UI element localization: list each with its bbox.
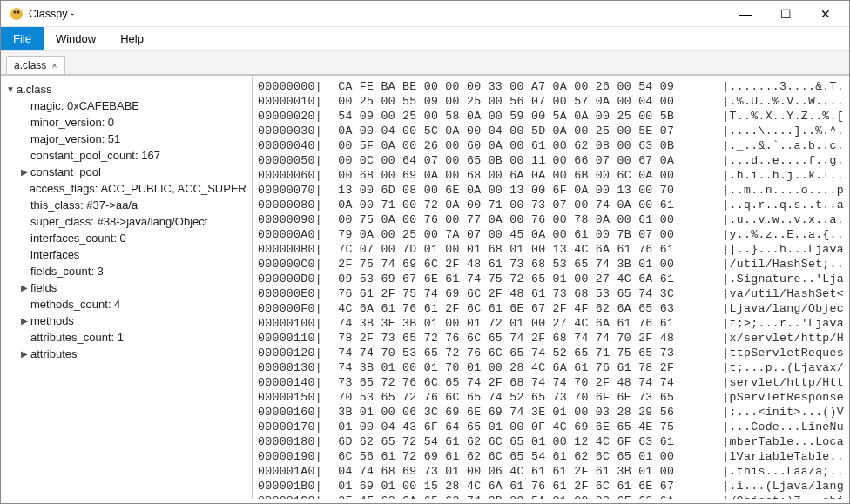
chevron-right-icon[interactable]: ▶ — [18, 316, 30, 326]
hex-ascii: |.i...(Ljava/lang — [722, 479, 844, 494]
titlebar: Classpy - — ☐ ✕ — [1, 1, 849, 27]
tabstrip: a.class × — [1, 51, 849, 75]
window-title: Classpy - — [29, 8, 725, 20]
hex-bytes: 73 65 72 76 6C 65 74 2F 68 74 74 70 2F 4… — [331, 375, 722, 390]
hex-ascii: |T..%.X..Y.Z..%.[ — [722, 109, 844, 124]
hex-row: 000000E0| 76 61 2F 75 74 69 6C 2F 48 61 … — [258, 286, 844, 301]
hex-bytes: 6D 62 65 72 54 61 62 6C 65 01 00 12 4C 6… — [331, 434, 722, 449]
hex-offset: 00000160| — [258, 405, 331, 420]
hex-row: 000000B0| 7C 07 00 7D 01 00 01 68 01 00 … — [258, 242, 844, 257]
tree-item[interactable]: magic: 0xCAFEBABE — [4, 97, 248, 114]
tree-item[interactable]: methods_count: 4 — [4, 296, 248, 312]
hex-ascii: |mberTable...Loca — [722, 434, 844, 449]
tab-a-class[interactable]: a.class × — [6, 56, 65, 74]
tree-label: super_class: #38->java/lang/Object — [30, 215, 207, 228]
hex-bytes: 4C 6A 61 76 61 2F 6C 61 6E 67 2F 4F 62 6… — [331, 301, 722, 316]
tree-item[interactable]: interfaces — [4, 246, 248, 263]
hex-row: 00000000| CA FE BA BE 00 00 00 33 00 A7 … — [258, 79, 844, 94]
hex-row: 00000100| 74 3B 3E 3B 01 00 01 72 01 00 … — [258, 316, 844, 331]
hex-bytes: 13 00 6D 08 00 6E 0A 00 13 00 6F 0A 00 1… — [331, 183, 722, 198]
hex-ascii: |t;>;...r..'Ljava — [722, 316, 844, 331]
hex-bytes: 2F 4F 62 6A 65 63 74 3B 29 5A 01 00 03 6… — [331, 494, 722, 499]
tree-item[interactable]: ▶attributes — [4, 346, 248, 362]
tree-item[interactable]: fields_count: 3 — [4, 263, 248, 279]
hex-bytes: CA FE BA BE 00 00 00 33 00 A7 0A 00 26 0… — [331, 79, 722, 94]
tree-root[interactable]: ▼a.class — [4, 81, 248, 97]
tree-item[interactable]: super_class: #38->java/lang/Object — [4, 213, 248, 230]
tab-close-icon[interactable]: × — [51, 60, 57, 71]
tree-item[interactable]: ▶fields — [4, 279, 248, 296]
tree-label: methods — [30, 314, 74, 327]
hex-offset: 00000150| — [258, 390, 331, 405]
hex-ascii: |._..&.`..a.b..c. — [722, 138, 844, 153]
hex-row: 00000140| 73 65 72 76 6C 65 74 2F 68 74 … — [258, 375, 844, 390]
tree-item[interactable]: this_class: #37->aa/a — [4, 197, 248, 213]
tree-item[interactable]: access_flags: ACC_PUBLIC, ACC_SUPER — [4, 180, 248, 197]
hex-bytes: 74 74 70 53 65 72 76 6C 65 74 52 65 71 7… — [331, 346, 722, 360]
menubar: File Window Help — [1, 27, 849, 51]
svg-point-1 — [14, 10, 17, 13]
hex-row: 000001C0| 2F 4F 62 6A 65 63 74 3B 29 5A … — [258, 494, 844, 499]
hex-bytes: 09 53 69 67 6E 61 74 75 72 65 01 00 27 4… — [331, 272, 722, 286]
tree-item[interactable]: constant_pool_count: 167 — [4, 147, 248, 164]
hex-offset: 00000050| — [258, 153, 331, 168]
hex-ascii: |..q.r..q.s..t..a — [722, 198, 844, 212]
hex-offset: 00000030| — [258, 124, 331, 138]
hex-ascii: |.Signature..'Lja — [722, 272, 844, 286]
hex-bytes: 74 3B 01 00 01 70 01 00 28 4C 6A 61 76 6… — [331, 360, 722, 375]
hex-offset: 00000070| — [258, 183, 331, 198]
hex-row: 00000010| 00 25 00 55 09 00 25 00 56 07 … — [258, 94, 844, 109]
tree-item[interactable]: major_version: 51 — [4, 131, 248, 147]
hex-offset: 000001B0| — [258, 479, 331, 494]
tree-item[interactable]: ▶constant_pool — [4, 164, 248, 180]
tree-item[interactable]: attributes_count: 1 — [4, 329, 248, 346]
hex-ascii: |..m..n....o....p — [722, 183, 844, 198]
hex-offset: 00000140| — [258, 375, 331, 390]
hex-ascii: |lVariableTable.. — [722, 449, 844, 464]
hex-view[interactable]: 00000000| CA FE BA BE 00 00 00 33 00 A7 … — [253, 76, 849, 499]
chevron-right-icon[interactable]: ▶ — [18, 167, 30, 177]
chevron-right-icon[interactable]: ▶ — [18, 349, 30, 359]
hex-offset: 00000090| — [258, 212, 331, 227]
close-button[interactable]: ✕ — [806, 1, 846, 27]
menu-help[interactable]: Help — [108, 27, 156, 50]
menu-window[interactable]: Window — [44, 27, 108, 50]
hex-row: 000000D0| 09 53 69 67 6E 61 74 75 72 65 … — [258, 272, 844, 286]
tree-item[interactable]: interfaces_count: 0 — [4, 230, 248, 246]
hex-offset: 00000130| — [258, 360, 331, 375]
hex-row: 00000170| 01 00 04 43 6F 64 65 01 00 0F … — [258, 420, 844, 434]
tree-label: attributes_count: 1 — [30, 331, 124, 344]
tree-label: methods_count: 4 — [30, 298, 120, 311]
hex-ascii: |servlet/http/Htt — [722, 375, 844, 390]
hex-row: 00000030| 0A 00 04 00 5C 0A 00 04 00 5D … — [258, 124, 844, 138]
tree-toggle-icon[interactable]: ▼ — [4, 84, 17, 94]
hex-row: 00000150| 70 53 65 72 76 6C 65 74 52 65 … — [258, 390, 844, 405]
svg-point-2 — [17, 10, 20, 13]
hex-ascii: |Ljava/lang/Objec — [722, 301, 844, 316]
hex-offset: 000000A0| — [258, 227, 331, 242]
tree-item[interactable]: minor_version: 0 — [4, 114, 248, 131]
maximize-button[interactable]: ☐ — [766, 1, 806, 27]
hex-row: 000000C0| 2F 75 74 69 6C 2F 48 61 73 68 … — [258, 257, 844, 272]
chevron-right-icon[interactable]: ▶ — [18, 283, 30, 292]
structure-tree[interactable]: ▼a.classmagic: 0xCAFEBABEminor_version: … — [1, 76, 253, 499]
hex-row: 000001A0| 04 74 68 69 73 01 00 06 4C 61 … — [258, 464, 844, 479]
hex-ascii: |.u..v.w..v.x..a. — [722, 212, 844, 227]
hex-row: 00000070| 13 00 6D 08 00 6E 0A 00 13 00 … — [258, 183, 844, 198]
hex-row: 00000180| 6D 62 65 72 54 61 62 6C 65 01 … — [258, 434, 844, 449]
tree-item[interactable]: ▶methods — [4, 312, 248, 329]
hex-row: 00000160| 3B 01 00 06 3C 69 6E 69 74 3E … — [258, 405, 844, 420]
hex-offset: 000001A0| — [258, 464, 331, 479]
menu-file[interactable]: File — [1, 27, 44, 50]
hex-ascii: |/util/HashSet;.. — [722, 257, 844, 272]
hex-row: 00000080| 0A 00 71 00 72 0A 00 71 00 73 … — [258, 198, 844, 212]
minimize-button[interactable]: — — [725, 1, 766, 27]
tree-label: this_class: #37->aa/a — [30, 198, 138, 212]
hex-bytes: 00 68 00 69 0A 00 68 00 6A 0A 00 6B 00 6… — [331, 168, 722, 183]
hex-offset: 000000F0| — [258, 301, 331, 316]
hex-offset: 00000040| — [258, 138, 331, 153]
hex-bytes: 70 53 65 72 76 6C 65 74 52 65 73 70 6F 6… — [331, 390, 722, 405]
hex-row: 00000040| 00 5F 0A 00 26 00 60 0A 00 61 … — [258, 138, 844, 153]
hex-bytes: 74 3B 3E 3B 01 00 01 72 01 00 27 4C 6A 6… — [331, 316, 722, 331]
hex-bytes: 2F 75 74 69 6C 2F 48 61 73 68 53 65 74 3… — [331, 257, 722, 272]
